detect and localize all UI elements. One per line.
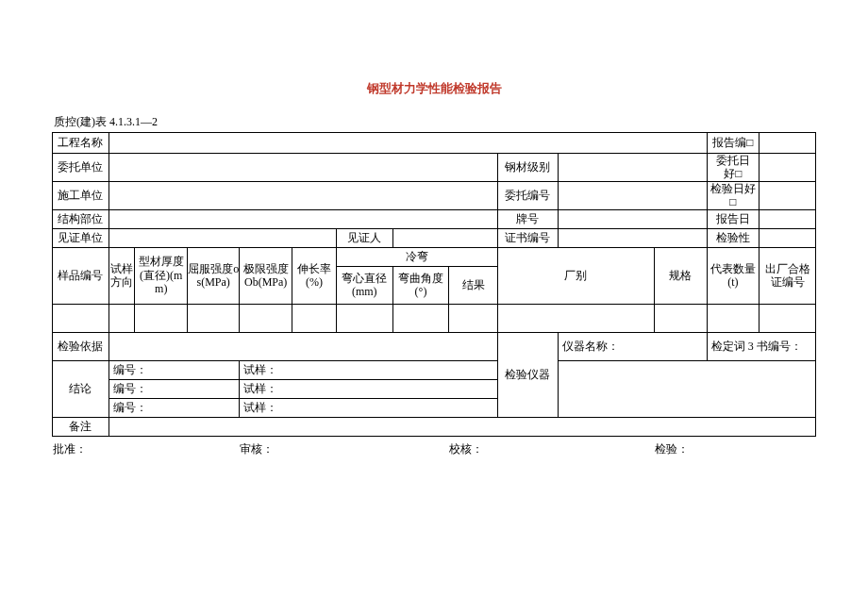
report-table: 工程名称 报告编□ 委托单位 钢材级别 委托日 好□ 施工单位 委托编号 检验日…: [52, 132, 816, 456]
project-name-value: [108, 133, 707, 154]
project-name-label: 工程名称: [53, 133, 109, 154]
cell-factory: [497, 304, 654, 332]
cell-bend-angle: [392, 304, 449, 332]
conclusion-label: 结论: [53, 360, 109, 417]
footer-review: 审核：: [240, 436, 449, 456]
cert-no-label: 证书编号: [497, 228, 558, 247]
report-no-value: [760, 133, 816, 154]
cell-thickness: [135, 304, 187, 332]
inspect-type-value: [760, 228, 816, 247]
basis-value: [108, 332, 497, 360]
entrust-no-value: [558, 181, 707, 209]
instrument-side-label: 检验仪器: [497, 332, 558, 417]
col-sample-no: 样品编号: [53, 247, 109, 304]
report-no-label: 报告编□: [707, 133, 759, 154]
structure-label: 结构部位: [53, 209, 109, 228]
col-bend-dia: 弯心直径(mm): [336, 266, 392, 304]
witness-person-value: [392, 228, 497, 247]
conclusion-sample-2: 试样：: [240, 379, 497, 398]
entrust-no-label: 委托编号: [497, 181, 558, 209]
builder-label: 施工单位: [53, 181, 109, 209]
structure-value: [108, 209, 497, 228]
remark-value: [108, 417, 815, 436]
report-title: 钢型材力学性能检验报告: [52, 80, 816, 97]
conclusion-no-2: 编号：: [108, 379, 240, 398]
brand-value: [558, 209, 707, 228]
conclusion-sample-1: 试样：: [240, 360, 497, 379]
col-rep-qty: 代表数量(t): [707, 247, 759, 304]
col-factory: 厂别: [497, 247, 654, 304]
witness-person-label: 见证人: [336, 228, 392, 247]
cell-sample-no: [53, 304, 109, 332]
col-spec: 规格: [655, 247, 708, 304]
col-ultimate: 极限强度Ob(MPa): [240, 247, 292, 304]
witness-unit-label: 见证单位: [53, 228, 109, 247]
footer-inspect: 检验：: [655, 436, 816, 456]
footer-approve: 批准：: [53, 436, 240, 456]
cell-factory-cert: [760, 304, 816, 332]
inspect-date-value: [760, 181, 816, 209]
col-result: 结果: [449, 266, 497, 304]
client-value: [108, 154, 497, 182]
report-date-value: [760, 209, 816, 228]
inspect-type-label: 检验性: [707, 228, 759, 247]
cell-elongation: [292, 304, 336, 332]
col-sample-dir: 试样方向: [108, 247, 135, 304]
col-yield: 屈服强度os(MPa): [187, 247, 239, 304]
cell-yield: [187, 304, 239, 332]
form-code: 质控(建)表 4.1.3.1—2: [52, 114, 816, 130]
brand-label: 牌号: [497, 209, 558, 228]
builder-value: [108, 181, 497, 209]
steel-grade-value: [558, 154, 707, 182]
col-cold-bend: 冷弯: [336, 247, 497, 266]
instrument-name-label: 仪器名称：: [558, 332, 707, 360]
witness-unit-value: [108, 228, 336, 247]
footer-check: 校核：: [449, 436, 655, 456]
cert-no-value: [558, 228, 707, 247]
report-date-label: 报告日: [707, 209, 759, 228]
cell-result: [449, 304, 497, 332]
cell-bend-dia: [336, 304, 392, 332]
remark-label: 备注: [53, 417, 109, 436]
cell-spec: [655, 304, 708, 332]
inspect-date-label: 检验日好 □: [707, 181, 759, 209]
steel-grade-label: 钢材级别: [497, 154, 558, 182]
conclusion-sample-3: 试样：: [240, 398, 497, 417]
instrument-cert-label: 检定词 3 书编号：: [707, 332, 815, 360]
entrust-date-value: [760, 154, 816, 182]
cell-sample-dir: [108, 304, 135, 332]
client-label: 委托单位: [53, 154, 109, 182]
col-factory-cert: 出厂合格证编号: [760, 247, 816, 304]
instrument-body: [558, 360, 815, 417]
col-elongation: 伸长率(%): [292, 247, 336, 304]
conclusion-no-3: 编号：: [108, 398, 240, 417]
cell-rep-qty: [707, 304, 759, 332]
conclusion-no-1: 编号：: [108, 360, 240, 379]
basis-label: 检验依据: [53, 332, 109, 360]
col-thickness: 型材厚度(直径)(mm): [135, 247, 187, 304]
col-bend-angle: 弯曲角度(°): [392, 266, 449, 304]
entrust-date-label: 委托日 好□: [707, 154, 759, 182]
cell-ultimate: [240, 304, 292, 332]
